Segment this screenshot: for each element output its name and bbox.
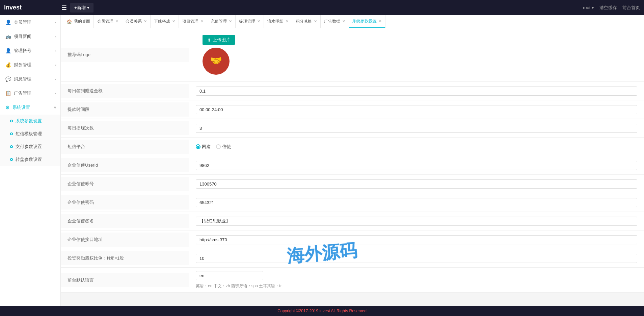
logo-section: ⬆ 上传图片 🤝 <box>196 31 242 78</box>
form-label-userid: 企业信使UserId <box>61 158 189 172</box>
close-icon[interactable]: ✕ <box>229 19 232 24</box>
close-icon[interactable]: ✕ <box>200 19 204 24</box>
chevron-right-icon: ‹ <box>55 49 56 53</box>
ad-icon: 📋 <box>5 91 11 96</box>
form-row-withdraw-time: 提款时间段 <box>61 100 644 119</box>
chevron-right-icon: ‹ <box>55 91 56 95</box>
user-link[interactable]: root ▾ <box>583 5 594 10</box>
form-label-daily-sign: 每日签到赠送金额 <box>61 84 189 98</box>
hamburger-menu[interactable]: ☰ <box>61 4 67 11</box>
form-value-sms-platform: 网建 信使 <box>189 140 644 153</box>
sidebar-sub-item-pay-params[interactable]: 支付参数设置 <box>0 140 60 153</box>
message-icon: 💬 <box>5 76 11 82</box>
close-icon[interactable]: ✕ <box>172 19 175 24</box>
tab-flow[interactable]: 流水明细 ✕ <box>264 15 292 28</box>
form-row-withdraw-count: 每日提现次数 <box>61 119 644 138</box>
tab-recharge[interactable]: 充值管理 ✕ <box>207 15 236 28</box>
form-label-account: 企业信使帐号 <box>61 177 189 191</box>
main-content: 推荐码Loge ⬆ 上传图片 🤝 <box>61 28 644 306</box>
add-button[interactable]: +新增 ▾ <box>70 3 93 13</box>
form-row-logo: 推荐码Loge ⬆ 上传图片 🤝 <box>61 28 644 82</box>
close-icon[interactable]: ✕ <box>257 19 260 24</box>
form-row-invest-ratio: 投资奖励股权比例：N元=1股 <box>61 249 644 268</box>
close-icon[interactable]: ✕ <box>379 19 382 23</box>
userid-input[interactable] <box>196 161 637 170</box>
sidebar-label-finance: 财务管理 <box>14 62 31 68</box>
sidebar-label-sys-settings: 系统设置 <box>12 104 30 111</box>
tab-home[interactable]: 🏠 我的桌面 <box>63 15 94 28</box>
sidebar-sub-item-sms-template[interactable]: 短信模板管理 <box>0 127 60 140</box>
sidebar-item-ad[interactable]: 📋 广告管理 ‹ <box>0 86 60 100</box>
tab-points[interactable]: 积分兑换 ✕ <box>292 15 321 28</box>
clear-cache-btn[interactable]: 清空缓存 <box>599 5 617 11</box>
dot-icon <box>10 132 13 135</box>
sidebar-sub-label-sms-template: 短信模板管理 <box>16 131 42 137</box>
tab-sys-label: 系统参数设置 <box>352 18 377 24</box>
sidebar-item-member[interactable]: 👤 会员管理 ‹ <box>0 15 60 29</box>
upload-image-button[interactable]: ⬆ 上传图片 <box>203 35 235 45</box>
daily-sign-input[interactable] <box>196 87 637 96</box>
radio-option-xinshi[interactable]: 信使 <box>216 144 231 150</box>
close-icon[interactable]: ✕ <box>342 19 345 24</box>
sidebar-sub-item-sys-params[interactable]: 系统参数设置 <box>0 115 60 127</box>
close-icon[interactable]: ✕ <box>314 19 317 24</box>
sidebar-sub-label-pay-params: 支付参数设置 <box>16 144 42 150</box>
sidebar-item-project-news[interactable]: 🚌 项目新闻 ‹ <box>0 29 60 44</box>
close-icon[interactable]: ✕ <box>144 19 147 24</box>
sidebar-item-message[interactable]: 💬 消息管理 ‹ <box>0 72 60 86</box>
sidebar-item-finance[interactable]: 💰 财务管理 ‹ <box>0 58 60 72</box>
upload-btn-label: 上传图片 <box>213 37 230 43</box>
footer-text: Copyright ©2017-2019 invest All Rights R… <box>277 309 367 313</box>
withdraw-count-input[interactable] <box>196 124 637 133</box>
home-icon: 🏠 <box>67 19 72 24</box>
sign-input[interactable] <box>196 217 637 226</box>
tab-flow-label: 流水明细 <box>267 19 284 24</box>
sidebar-item-sys-settings[interactable]: ⚙ 系统设置 ∨ <box>0 100 60 115</box>
account-input[interactable] <box>196 179 637 189</box>
tab-sys[interactable]: 系统参数设置 ✕ <box>349 15 385 28</box>
tab-member-rel[interactable]: 会员关系 ✕ <box>122 15 151 28</box>
radio-option-wangjian[interactable]: 网建 <box>196 144 211 150</box>
tab-points-label: 积分兑换 <box>296 19 312 24</box>
sidebar-sub-label-turntable-params: 转盘参数设置 <box>16 156 42 163</box>
tab-member-label: 会员管理 <box>97 19 113 24</box>
tab-withdraw-label: 提现管理 <box>239 19 255 24</box>
radio-circle-xinshi <box>216 144 221 149</box>
settings-icon: ⚙ <box>5 105 10 110</box>
form-label-logo: 推荐码Loge <box>61 48 189 62</box>
password-input[interactable] <box>196 198 637 207</box>
withdraw-time-input[interactable] <box>196 105 637 114</box>
sidebar-label-member: 会员管理 <box>14 19 31 25</box>
form-value-api-url <box>189 232 644 248</box>
footer: Copyright ©2017-2019 invest All Rights R… <box>0 306 644 316</box>
tab-bar: 🏠 我的桌面 会员管理 ✕ 会员关系 ✕ 下线搭成 ✕ 项目管理 ✕ 充值管理 … <box>61 15 644 28</box>
chevron-right-icon: ‹ <box>55 77 56 81</box>
language-section: 英语：en 中文：zh 西班牙语：spa 土耳其语：tr <box>196 271 282 289</box>
radio-label-wangjian: 网建 <box>202 144 211 150</box>
tab-ad[interactable]: 广告数据 ✕ <box>321 15 349 28</box>
tab-downline[interactable]: 下线搭成 ✕ <box>151 15 179 28</box>
close-icon[interactable]: ✕ <box>115 19 118 24</box>
tab-project[interactable]: 项目管理 ✕ <box>179 15 207 28</box>
language-input[interactable] <box>196 271 263 280</box>
api-url-input[interactable] <box>196 235 637 244</box>
language-hint: 英语：en 中文：zh 西班牙语：spa 土耳其语：tr <box>196 283 282 289</box>
close-icon[interactable]: ✕ <box>286 19 289 24</box>
tab-recharge-label: 充值管理 <box>211 19 227 24</box>
tab-home-label: 我的桌面 <box>74 19 90 24</box>
dot-icon <box>10 145 13 148</box>
top-navigation: invest ☰ +新增 ▾ root ▾ 清空缓存 前台首页 <box>0 0 644 15</box>
form-value-account <box>189 176 644 192</box>
home-front-btn[interactable]: 前台首页 <box>622 5 640 11</box>
tab-ad-label: 广告数据 <box>324 19 340 24</box>
form-label-api-url: 企业信使接口地址 <box>61 233 189 247</box>
chevron-right-icon: ‹ <box>55 20 56 24</box>
form-row-account: 企业信使帐号 <box>61 175 644 193</box>
tab-member[interactable]: 会员管理 ✕ <box>94 15 122 28</box>
form-value-userid <box>189 157 644 173</box>
sidebar-submenu: 系统参数设置 短信模板管理 支付参数设置 转盘参数设置 <box>0 115 60 166</box>
tab-withdraw[interactable]: 提现管理 ✕ <box>236 15 264 28</box>
sidebar-sub-item-turntable-params[interactable]: 转盘参数设置 <box>0 153 60 166</box>
sidebar-item-manage-account[interactable]: 👤 管理帐号 ‹ <box>0 44 60 58</box>
invest-ratio-input[interactable] <box>196 254 637 263</box>
